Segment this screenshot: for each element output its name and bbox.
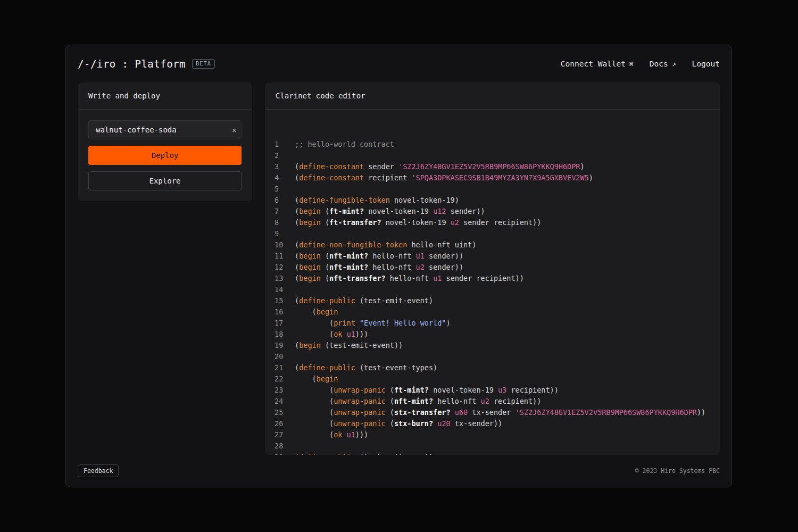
line-number: 5 bbox=[275, 184, 290, 195]
app-header: /-/iro : Platform BETA Connect Wallet ⌘ … bbox=[66, 45, 732, 70]
code-line: 23 (unwrap-panic (ft-mint? novel-token-1… bbox=[275, 385, 713, 396]
code-line: 18 (ok u1))) bbox=[275, 329, 713, 340]
write-deploy-title: Write and deploy bbox=[78, 82, 252, 110]
code-editor[interactable]: 1;; hello-world contract23(define-consta… bbox=[265, 110, 720, 455]
line-number: 9 bbox=[275, 228, 290, 239]
code-line: 20 bbox=[275, 351, 713, 362]
line-number: 15 bbox=[275, 295, 290, 306]
code-line: 5 bbox=[275, 184, 713, 195]
line-number: 18 bbox=[275, 329, 290, 340]
line-number: 14 bbox=[275, 284, 290, 295]
line-number: 2 bbox=[275, 150, 290, 161]
code-editor-panel: Clarinet code editor 1;; hello-world con… bbox=[265, 82, 720, 455]
code-line: 2 bbox=[275, 150, 713, 161]
line-number: 28 bbox=[275, 440, 290, 452]
code-line: 21(define-public (test-event-types) bbox=[275, 362, 713, 373]
app-logo: /-/iro : Platform bbox=[78, 58, 186, 70]
line-number: 10 bbox=[275, 239, 290, 251]
write-deploy-panel: Write and deploy ✕ Deploy Explore bbox=[78, 82, 252, 201]
code-line: 14 bbox=[275, 284, 713, 295]
code-line: 15(define-public (test-emit-event) bbox=[275, 295, 713, 306]
line-number: 3 bbox=[275, 161, 290, 172]
line-number: 7 bbox=[275, 206, 290, 217]
line-number: 13 bbox=[275, 273, 290, 284]
docs-link[interactable]: Docs ↗ bbox=[650, 60, 676, 68]
line-number: 22 bbox=[275, 373, 290, 385]
logout-label: Logout bbox=[692, 60, 720, 68]
code-line: 22 (begin bbox=[275, 373, 713, 385]
contract-name-input-wrap: ✕ bbox=[88, 120, 242, 139]
line-number: 1 bbox=[275, 139, 290, 150]
code-line: 4(define-constant recipient 'SPQA3DPKASE… bbox=[275, 172, 713, 184]
line-number: 4 bbox=[275, 172, 290, 184]
write-deploy-body: ✕ Deploy Explore bbox=[78, 110, 252, 201]
docs-label: Docs bbox=[650, 60, 668, 68]
beta-badge: BETA bbox=[192, 59, 215, 69]
code-line: 24 (unwrap-panic (nft-mint? hello-nft u2… bbox=[275, 396, 713, 407]
code-line: 16 (begin bbox=[275, 306, 713, 318]
line-number: 27 bbox=[275, 429, 290, 440]
code-line: 27 (ok u1))) bbox=[275, 429, 713, 440]
code-editor-title: Clarinet code editor bbox=[265, 82, 720, 110]
code-line: 8(begin (ft-transfer? novel-token-19 u2 … bbox=[275, 217, 713, 228]
line-number: 21 bbox=[275, 362, 290, 373]
copyright-text: © 2023 Hiro Systems PBC bbox=[635, 467, 720, 475]
line-number: 24 bbox=[275, 396, 290, 407]
main-content: Write and deploy ✕ Deploy Explore Clarin… bbox=[66, 82, 732, 455]
app-footer: Feedback © 2023 Hiro Systems PBC bbox=[66, 455, 732, 487]
line-number: 25 bbox=[275, 407, 290, 418]
code-line: 6(define-fungible-token novel-token-19) bbox=[275, 195, 713, 206]
connect-wallet-label: Connect Wallet bbox=[561, 60, 626, 68]
external-link-icon: ↗ bbox=[672, 60, 676, 68]
line-number: 26 bbox=[275, 418, 290, 429]
app-card: /-/iro : Platform BETA Connect Wallet ⌘ … bbox=[65, 45, 732, 487]
line-number: 12 bbox=[275, 262, 290, 273]
code-line: 10(define-non-fungible-token hello-nft u… bbox=[275, 239, 713, 251]
code-line: 17 (print "Event! Hello world") bbox=[275, 318, 713, 329]
code-line: 26 (unwrap-panic (stx-burn? u20 tx-sende… bbox=[275, 418, 713, 429]
line-number: 19 bbox=[275, 340, 290, 351]
code-line: 11(begin (nft-mint? hello-nft u1 sender)… bbox=[275, 251, 713, 262]
wallet-icon: ⌘ bbox=[629, 60, 634, 68]
code-line: 7(begin (ft-mint? novel-token-19 u12 sen… bbox=[275, 206, 713, 217]
contract-name-input[interactable] bbox=[88, 120, 242, 139]
connect-wallet-button[interactable]: Connect Wallet ⌘ bbox=[561, 60, 634, 68]
code-line: 13(begin (nft-transfer? hello-nft u1 sen… bbox=[275, 273, 713, 284]
line-number: 16 bbox=[275, 306, 290, 318]
code-lines: 1;; hello-world contract23(define-consta… bbox=[275, 139, 713, 455]
clear-input-icon[interactable]: ✕ bbox=[232, 127, 236, 134]
explore-button[interactable]: Explore bbox=[88, 171, 242, 190]
logo-wrap: /-/iro : Platform BETA bbox=[78, 58, 215, 70]
header-nav: Connect Wallet ⌘ Docs ↗ Logout bbox=[561, 60, 720, 68]
code-line: 19(begin (test-emit-event)) bbox=[275, 340, 713, 351]
code-line: 25 (unwrap-panic (stx-transfer? u60 tx-s… bbox=[275, 407, 713, 418]
line-number: 6 bbox=[275, 195, 290, 206]
code-line: 12(begin (nft-mint? hello-nft u2 sender)… bbox=[275, 262, 713, 273]
line-number: 17 bbox=[275, 318, 290, 329]
code-line: 3(define-constant sender 'SZ2J6ZY48GV1EZ… bbox=[275, 161, 713, 172]
code-line: 1;; hello-world contract bbox=[275, 139, 713, 150]
feedback-button[interactable]: Feedback bbox=[78, 464, 119, 477]
line-number: 11 bbox=[275, 251, 290, 262]
line-number: 20 bbox=[275, 351, 290, 362]
line-number: 23 bbox=[275, 385, 290, 396]
deploy-button[interactable]: Deploy bbox=[88, 146, 242, 165]
code-line: 9 bbox=[275, 228, 713, 239]
logout-button[interactable]: Logout bbox=[692, 60, 720, 68]
line-number: 8 bbox=[275, 217, 290, 228]
code-line: 28 bbox=[275, 440, 713, 452]
